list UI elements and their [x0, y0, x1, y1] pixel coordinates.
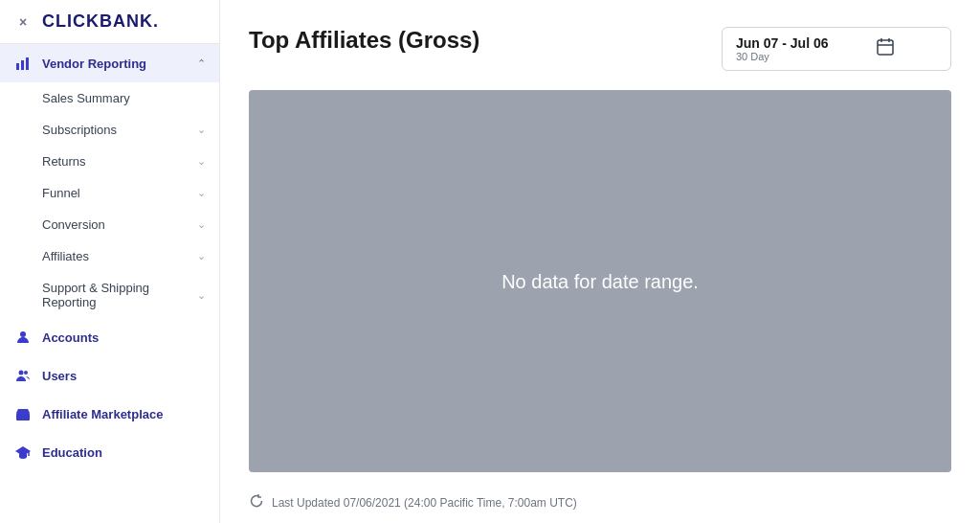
chevron-up-icon: ⌃	[197, 57, 206, 70]
group-icon	[13, 366, 33, 385]
date-range-main: Jun 07 - Jul 06	[736, 35, 828, 51]
sidebar: × CLICKBANK. Vendor Reporting ⌃ Sales Su…	[0, 0, 220, 523]
app-logo: CLICKBANK.	[42, 11, 159, 32]
svg-point-4	[19, 371, 24, 375]
person-icon	[13, 328, 33, 347]
chevron-down-icon: ⌄	[197, 218, 206, 231]
sales-summary-label: Sales Summary	[42, 91, 206, 105]
page-title: Top Affiliates (Gross)	[249, 27, 479, 54]
sidebar-item-funnel[interactable]: Funnel ⌄	[0, 177, 219, 209]
sidebar-item-affiliate-marketplace[interactable]: Affiliate Marketplace	[0, 395, 219, 433]
no-data-message: No data for date range.	[501, 267, 699, 296]
bar-chart-icon	[13, 54, 33, 73]
svg-rect-0	[16, 63, 19, 70]
store-icon	[13, 404, 33, 423]
sidebar-item-subscriptions[interactable]: Subscriptions ⌄	[0, 114, 219, 146]
sidebar-item-vendor-reporting[interactable]: Vendor Reporting ⌃	[0, 44, 219, 82]
svg-rect-2	[26, 57, 29, 70]
chevron-down-icon: ⌄	[197, 155, 206, 168]
accounts-label: Accounts	[42, 330, 206, 345]
sidebar-item-affiliates[interactable]: Affiliates ⌄	[0, 240, 219, 272]
last-updated-text: Last Updated 07/06/2021 (24:00 Pacific T…	[272, 496, 577, 510]
footer-bar: Last Updated 07/06/2021 (24:00 Pacific T…	[249, 484, 951, 523]
sidebar-header: × CLICKBANK.	[0, 0, 219, 44]
refresh-icon	[249, 493, 264, 512]
svg-rect-10	[878, 40, 893, 55]
users-label: Users	[42, 369, 206, 383]
calendar-icon	[876, 37, 895, 61]
conversion-label: Conversion	[42, 217, 189, 232]
education-label: Education	[42, 445, 206, 460]
main-header: Top Affiliates (Gross) Jun 07 - Jul 06 3…	[249, 27, 951, 71]
chart-area: No data for date range.	[249, 90, 951, 472]
svg-point-3	[20, 331, 26, 337]
graduation-icon	[13, 443, 33, 462]
sidebar-item-returns[interactable]: Returns ⌄	[0, 146, 219, 177]
subscriptions-label: Subscriptions	[42, 123, 189, 137]
main-content: Top Affiliates (Gross) Jun 07 - Jul 06 3…	[220, 0, 980, 523]
chevron-down-icon: ⌄	[197, 289, 206, 302]
date-range-text: Jun 07 - Jul 06 30 Day	[736, 35, 828, 62]
chevron-down-icon: ⌄	[197, 250, 206, 262]
sidebar-item-accounts[interactable]: Accounts	[0, 318, 219, 356]
sidebar-item-education[interactable]: Education	[0, 433, 219, 471]
vendor-reporting-label: Vendor Reporting	[42, 57, 188, 71]
sidebar-item-sales-summary[interactable]: Sales Summary	[0, 82, 219, 114]
sidebar-item-users[interactable]: Users	[0, 356, 219, 395]
sidebar-item-conversion[interactable]: Conversion ⌄	[0, 209, 219, 240]
chevron-down-icon: ⌄	[197, 187, 206, 199]
date-range-sub: 30 Day	[736, 51, 828, 62]
close-button[interactable]: ×	[13, 12, 33, 32]
affiliate-marketplace-label: Affiliate Marketplace	[42, 407, 206, 421]
chevron-down-icon: ⌄	[197, 124, 206, 136]
affiliates-label: Affiliates	[42, 249, 189, 263]
svg-point-5	[24, 371, 28, 375]
returns-label: Returns	[42, 154, 189, 169]
svg-rect-1	[21, 60, 24, 70]
sidebar-item-support-shipping[interactable]: Support & Shipping Reporting ⌄	[0, 272, 219, 318]
svg-rect-7	[20, 415, 26, 421]
support-shipping-label: Support & Shipping Reporting	[42, 281, 189, 309]
funnel-label: Funnel	[42, 186, 189, 200]
date-range-picker[interactable]: Jun 07 - Jul 06 30 Day	[722, 27, 951, 71]
